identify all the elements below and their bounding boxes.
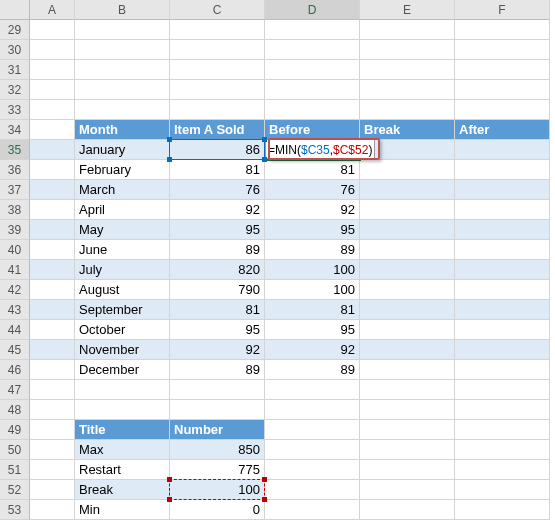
cell-E42[interactable] (360, 280, 455, 300)
cell-E36[interactable] (360, 160, 455, 180)
cell-B40[interactable]: June (75, 240, 170, 260)
row-head-48[interactable]: 48 (0, 400, 30, 420)
cell-E30[interactable] (360, 40, 455, 60)
cell-B50[interactable]: Max (75, 440, 170, 460)
col-head-E[interactable]: E (360, 0, 455, 20)
cell-D29[interactable] (265, 20, 360, 40)
cell-F30[interactable] (455, 40, 550, 60)
cell-F32[interactable] (455, 80, 550, 100)
cell-B35[interactable]: January (75, 140, 170, 160)
cell-B43[interactable]: September (75, 300, 170, 320)
cell-F34[interactable]: After (455, 120, 550, 140)
cell-C33[interactable] (170, 100, 265, 120)
cell-C30[interactable] (170, 40, 265, 60)
cell-A33[interactable] (30, 100, 75, 120)
cell-B41[interactable]: July (75, 260, 170, 280)
cell-A52[interactable] (30, 480, 75, 500)
row-head-42[interactable]: 42 (0, 280, 30, 300)
cell-E43[interactable] (360, 300, 455, 320)
row-head-30[interactable]: 30 (0, 40, 30, 60)
cell-D39[interactable]: 95 (265, 220, 360, 240)
cell-A53[interactable] (30, 500, 75, 520)
cell-C47[interactable] (170, 380, 265, 400)
cell-C46[interactable]: 89 (170, 360, 265, 380)
cell-B52[interactable]: Break (75, 480, 170, 500)
cell-C45[interactable]: 92 (170, 340, 265, 360)
cell-D38[interactable]: 92 (265, 200, 360, 220)
col-head-D[interactable]: D (265, 0, 360, 20)
cell-B44[interactable]: October (75, 320, 170, 340)
cell-D47[interactable] (265, 380, 360, 400)
cell-A43[interactable] (30, 300, 75, 320)
row-head-32[interactable]: 32 (0, 80, 30, 100)
cell-E41[interactable] (360, 260, 455, 280)
cell-B33[interactable] (75, 100, 170, 120)
cell-B51[interactable]: Restart (75, 460, 170, 480)
cell-B48[interactable] (75, 400, 170, 420)
cell-F40[interactable] (455, 240, 550, 260)
cell-F38[interactable] (455, 200, 550, 220)
cell-E33[interactable] (360, 100, 455, 120)
cell-E50[interactable] (360, 440, 455, 460)
cell-C37[interactable]: 76 (170, 180, 265, 200)
cell-D37[interactable]: 76 (265, 180, 360, 200)
cell-C41[interactable]: 820 (170, 260, 265, 280)
cell-B47[interactable] (75, 380, 170, 400)
row-head-31[interactable]: 31 (0, 60, 30, 80)
cell-A31[interactable] (30, 60, 75, 80)
cell-A29[interactable] (30, 20, 75, 40)
row-head-34[interactable]: 34 (0, 120, 30, 140)
cell-C38[interactable]: 92 (170, 200, 265, 220)
cell-A48[interactable] (30, 400, 75, 420)
cell-A37[interactable] (30, 180, 75, 200)
cell-E51[interactable] (360, 460, 455, 480)
cell-B32[interactable] (75, 80, 170, 100)
cell-B34[interactable]: Month (75, 120, 170, 140)
cell-E52[interactable] (360, 480, 455, 500)
cell-C43[interactable]: 81 (170, 300, 265, 320)
cell-B53[interactable]: Min (75, 500, 170, 520)
cell-F35[interactable] (455, 140, 550, 160)
cell-F36[interactable] (455, 160, 550, 180)
cell-D32[interactable] (265, 80, 360, 100)
cell-B29[interactable] (75, 20, 170, 40)
row-head-39[interactable]: 39 (0, 220, 30, 240)
cell-A40[interactable] (30, 240, 75, 260)
row-head-49[interactable]: 49 (0, 420, 30, 440)
cell-D42[interactable]: 100 (265, 280, 360, 300)
cell-E45[interactable] (360, 340, 455, 360)
cell-F31[interactable] (455, 60, 550, 80)
cell-A44[interactable] (30, 320, 75, 340)
cell-E46[interactable] (360, 360, 455, 380)
cell-C39[interactable]: 95 (170, 220, 265, 240)
cell-F42[interactable] (455, 280, 550, 300)
row-head-44[interactable]: 44 (0, 320, 30, 340)
row-head-43[interactable]: 43 (0, 300, 30, 320)
cell-D50[interactable] (265, 440, 360, 460)
cell-E32[interactable] (360, 80, 455, 100)
cell-D49[interactable] (265, 420, 360, 440)
row-head-40[interactable]: 40 (0, 240, 30, 260)
cell-F47[interactable] (455, 380, 550, 400)
cell-D44[interactable]: 95 (265, 320, 360, 340)
cell-C31[interactable] (170, 60, 265, 80)
cell-D40[interactable]: 89 (265, 240, 360, 260)
cell-A32[interactable] (30, 80, 75, 100)
cell-E44[interactable] (360, 320, 455, 340)
cell-A41[interactable] (30, 260, 75, 280)
cell-C35[interactable]: 86 (170, 140, 265, 160)
cell-D43[interactable]: 81 (265, 300, 360, 320)
row-head-51[interactable]: 51 (0, 460, 30, 480)
cell-C48[interactable] (170, 400, 265, 420)
cell-D51[interactable] (265, 460, 360, 480)
cell-F46[interactable] (455, 360, 550, 380)
row-head-53[interactable]: 53 (0, 500, 30, 520)
cell-F51[interactable] (455, 460, 550, 480)
cell-B31[interactable] (75, 60, 170, 80)
cell-F49[interactable] (455, 420, 550, 440)
row-head-36[interactable]: 36 (0, 160, 30, 180)
cell-D33[interactable] (265, 100, 360, 120)
cell-B46[interactable]: December (75, 360, 170, 380)
cell-F50[interactable] (455, 440, 550, 460)
cell-E48[interactable] (360, 400, 455, 420)
